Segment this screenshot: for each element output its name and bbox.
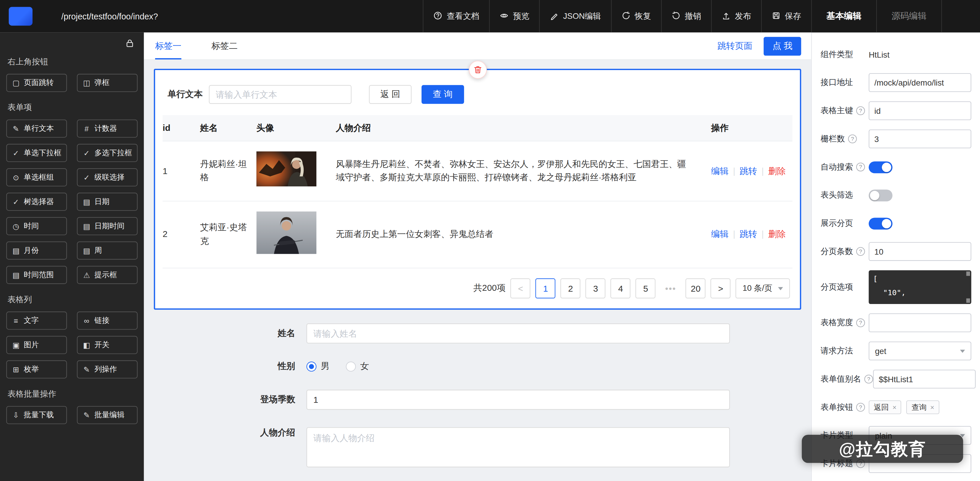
close-icon[interactable]: × (892, 403, 897, 411)
api-url-input[interactable] (869, 73, 971, 92)
edit-link[interactable]: 编辑 (711, 166, 729, 175)
delete-link[interactable]: 删除 (768, 229, 786, 239)
gender-radio-male[interactable]: 男 (307, 361, 330, 372)
close-icon[interactable]: × (930, 403, 934, 411)
form-button-tag-query[interactable]: 查询× (907, 400, 939, 414)
component-item-switch-column[interactable]: ◧开关 (77, 336, 138, 354)
component-item-batch-edit[interactable]: ✎批量编辑 (77, 406, 138, 424)
component-item-counter[interactable]: #计数器 (77, 119, 138, 138)
component-item-enum-column[interactable]: ⊞枚举 (6, 360, 67, 379)
help-icon[interactable] (856, 107, 865, 115)
selected-htlist-component[interactable]: 单行文本 返 回 查 询 id 姓名 头像 人物介绍 操作 (154, 69, 801, 310)
intro-textarea[interactable] (307, 427, 730, 467)
tab-two[interactable]: 标签二 (212, 33, 237, 59)
component-item-link-column[interactable]: ∞链接 (77, 312, 138, 330)
auto-search-toggle[interactable] (869, 161, 892, 173)
request-method-select[interactable]: get (869, 342, 971, 360)
restore-button[interactable]: 恢复 (611, 0, 661, 33)
grid-count-input[interactable] (869, 129, 971, 148)
gender-radio-female[interactable]: 女 (346, 361, 369, 372)
app-logo[interactable] (9, 7, 33, 25)
component-item-single-line-text[interactable]: ✎单行文本 (6, 119, 67, 138)
save-button[interactable]: 保存 (761, 0, 811, 33)
back-button[interactable]: 返 回 (369, 85, 411, 104)
view-docs-button[interactable]: 查看文档 (423, 0, 489, 33)
component-item-tree-select[interactable]: ✓树选择器 (6, 193, 67, 211)
pagination-page-3[interactable]: 3 (585, 279, 606, 299)
header-filter-toggle[interactable] (869, 190, 892, 201)
edit-link[interactable]: 编辑 (711, 229, 729, 239)
window-icon: ▢ (12, 78, 20, 87)
prop-show-pagination: 展示分页 (821, 214, 972, 233)
pagination-page-20[interactable]: 20 (686, 279, 706, 299)
page-size-input[interactable] (869, 242, 971, 261)
pagination-options-editor[interactable]: [ "10", (869, 270, 971, 304)
form-value-alias-input[interactable] (873, 370, 975, 389)
component-item-date[interactable]: ▤日期 (77, 193, 138, 211)
component-item-multi-select[interactable]: ✓多选下拉框 (77, 144, 138, 162)
cell-id: 1 (162, 164, 200, 178)
help-icon[interactable] (856, 403, 865, 412)
json-edit-button[interactable]: JSON编辑 (539, 0, 611, 33)
pagination-ellipsis[interactable]: ••• (661, 279, 681, 299)
search-field-label: 单行文本 (167, 89, 202, 100)
help-icon[interactable] (856, 247, 865, 256)
component-item-single-select[interactable]: ✓单选下拉框 (6, 144, 67, 162)
component-item-image-column[interactable]: ▣图片 (6, 336, 67, 354)
component-item-tooltip-box[interactable]: ⚠提示框 (77, 266, 138, 284)
click-me-button[interactable]: 点 我 (764, 37, 801, 55)
trash-icon (473, 65, 482, 74)
delete-component-button[interactable] (469, 61, 487, 79)
component-type-value: HtList (869, 50, 889, 59)
pagination-page-4[interactable]: 4 (611, 279, 630, 299)
col-header-actions: 操作 (699, 121, 792, 135)
component-item-column-actions[interactable]: ✎列操作 (77, 360, 138, 379)
page-size-select[interactable]: 10 条/页 (736, 279, 790, 299)
search-input[interactable] (209, 85, 352, 104)
show-pagination-toggle[interactable] (869, 217, 892, 229)
component-item-week[interactable]: ▤周 (77, 241, 138, 260)
component-item-cascader[interactable]: ✓级联选择 (77, 168, 138, 186)
component-item-radio-group[interactable]: ⊙单选框组 (6, 168, 67, 186)
prop-component-type: 组件类型 HtList (821, 45, 972, 64)
form-button-tag-back[interactable]: 返回× (869, 400, 902, 414)
enum-icon: ⊞ (12, 365, 20, 374)
name-input[interactable] (307, 324, 730, 344)
help-icon[interactable] (848, 134, 857, 143)
tab-source-edit[interactable]: 源码编辑 (876, 0, 941, 33)
component-item-dialog[interactable]: ◫弹框 (77, 74, 138, 92)
pagination-page-2[interactable]: 2 (560, 279, 581, 299)
component-item-page-jump[interactable]: ▢页面跳转 (6, 74, 67, 92)
preview-button[interactable]: 预览 (489, 0, 539, 33)
help-icon[interactable] (856, 319, 865, 327)
jump-link-action[interactable]: 跳转 (740, 229, 757, 239)
delete-link[interactable]: 删除 (768, 166, 786, 175)
prop-page-options: 分页选项 [ "10", (821, 270, 972, 304)
component-item-datetime[interactable]: ▤日期时间 (77, 217, 138, 235)
lock-icon[interactable] (126, 39, 134, 50)
prop-table-key: 表格主键 (821, 102, 972, 120)
undo-button[interactable]: 撤销 (661, 0, 711, 33)
jump-link-action[interactable]: 跳转 (740, 166, 757, 175)
tab-basic-edit[interactable]: 基本编辑 (811, 0, 876, 33)
scrollbar[interactable] (966, 271, 970, 303)
pagination-page-5[interactable]: 5 (635, 279, 655, 299)
pagination-prev[interactable]: < (511, 279, 531, 299)
table-key-input[interactable] (869, 102, 971, 120)
help-icon[interactable] (864, 374, 873, 383)
jump-page-link[interactable]: 跳转页面 (718, 40, 752, 51)
query-button[interactable]: 查 询 (422, 85, 464, 104)
tab-one[interactable]: 标签一 (155, 33, 181, 59)
component-item-month[interactable]: ▤月份 (6, 241, 67, 260)
pagination-next[interactable]: > (711, 279, 731, 299)
component-item-time[interactable]: ◷时间 (6, 217, 67, 235)
component-item-batch-download[interactable]: ⇩批量下载 (6, 406, 67, 424)
component-item-time-range[interactable]: ▤时间范围 (6, 266, 67, 284)
table-width-input[interactable] (869, 314, 971, 332)
publish-button[interactable]: 发布 (711, 0, 761, 33)
help-icon[interactable] (856, 162, 865, 171)
season-input[interactable] (307, 390, 730, 410)
component-item-text-column[interactable]: ≡文字 (6, 312, 67, 330)
hash-icon: # (83, 124, 91, 133)
pagination-page-1[interactable]: 1 (536, 279, 555, 299)
